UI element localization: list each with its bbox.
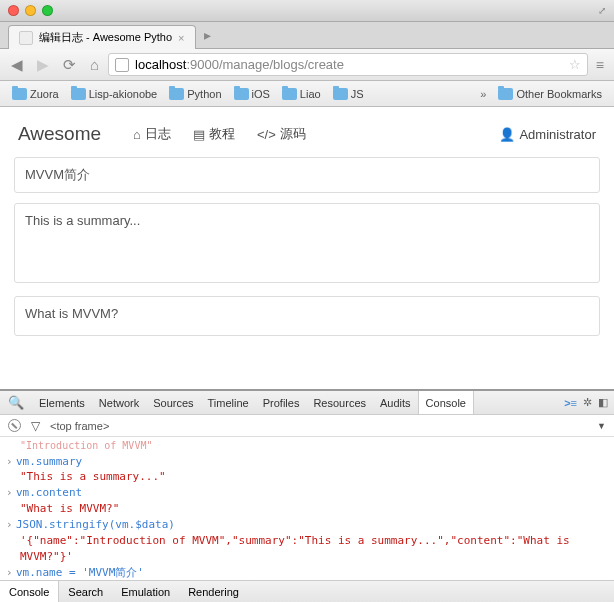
- back-button[interactable]: ◀: [6, 54, 28, 76]
- minimize-window-button[interactable]: [25, 5, 36, 16]
- browser-tab[interactable]: 编辑日志 - Awesome Pytho ×: [8, 25, 196, 49]
- url-host: localhost: [135, 57, 186, 72]
- bookmark-item[interactable]: Zuora: [8, 86, 63, 102]
- devtools-tabs: 🔍 Elements Network Sources Timeline Prof…: [0, 391, 614, 415]
- tab-title: 编辑日志 - Awesome Pytho: [39, 30, 172, 45]
- drawer-tab-search[interactable]: Search: [59, 581, 112, 602]
- close-window-button[interactable]: [8, 5, 19, 16]
- console-line: ›vm.name = 'MVVM简介': [6, 565, 608, 581]
- folder-icon: [12, 88, 27, 100]
- close-tab-icon[interactable]: ×: [178, 32, 184, 44]
- site-brand[interactable]: Awesome: [18, 123, 101, 145]
- dropdown-icon[interactable]: ▼: [597, 421, 606, 431]
- traffic-lights: [8, 5, 53, 16]
- blog-content-textarea[interactable]: What is MVVM?: [14, 296, 600, 336]
- console-line: "This is a summary...": [6, 469, 608, 485]
- console-line: ›vm.content: [6, 485, 608, 501]
- blog-title-input[interactable]: [14, 157, 600, 193]
- devtools-tab-resources[interactable]: Resources: [306, 391, 373, 414]
- browser-toolbar: ◀ ▶ ⟳ ⌂ localhost:9000/manage/blogs/crea…: [0, 49, 614, 81]
- devtools-tab-timeline[interactable]: Timeline: [201, 391, 256, 414]
- bookmark-item[interactable]: Lisp-akionobe: [67, 86, 162, 102]
- devtools-panel: 🔍 Elements Network Sources Timeline Prof…: [0, 389, 614, 602]
- window-titlebar: ⤢: [0, 0, 614, 22]
- bookmark-item[interactable]: iOS: [230, 86, 274, 102]
- drawer-tab-emulation[interactable]: Emulation: [112, 581, 179, 602]
- other-bookmarks[interactable]: Other Bookmarks: [494, 86, 606, 102]
- devtools-tab-sources[interactable]: Sources: [146, 391, 200, 414]
- folder-icon: [71, 88, 86, 100]
- devtools-tab-profiles[interactable]: Profiles: [256, 391, 307, 414]
- console-line: '{"name":"Introduction of MVVM","summary…: [6, 533, 608, 565]
- console-line: ›JSON.stringify(vm.$data): [6, 517, 608, 533]
- url-input[interactable]: localhost:9000/manage/blogs/create ☆: [108, 53, 588, 76]
- site-navbar: Awesome ⌂日志 ▤教程 </>源码 👤Administrator: [14, 117, 600, 157]
- console-line: "What is MVVM?": [6, 501, 608, 517]
- console-output[interactable]: "Introduction of MVVM" ›vm.summary "This…: [0, 437, 614, 582]
- forward-button[interactable]: ▶: [32, 54, 54, 76]
- bookmarks-overflow[interactable]: »: [480, 88, 486, 100]
- devtools-drawer-tabs: Console Search Emulation Rendering: [0, 580, 614, 602]
- url-path: /manage/blogs/create: [219, 57, 344, 72]
- folder-icon: [282, 88, 297, 100]
- filter-icon[interactable]: ▽: [31, 419, 40, 433]
- folder-icon: [333, 88, 348, 100]
- drawer-toggle-icon[interactable]: >≡: [564, 397, 577, 409]
- console-toolbar: ▽ <top frame> ▼: [0, 415, 614, 437]
- bookmark-star-icon[interactable]: ☆: [569, 57, 581, 72]
- reload-button[interactable]: ⟳: [58, 54, 81, 76]
- console-line: "Introduction of MVVM": [6, 439, 608, 454]
- user-icon: 👤: [499, 127, 515, 142]
- nav-item-source[interactable]: </>源码: [257, 125, 306, 143]
- tab-favicon: [19, 31, 33, 45]
- admin-user-link[interactable]: 👤Administrator: [499, 127, 596, 142]
- clear-console-icon[interactable]: [8, 419, 21, 432]
- inspect-icon[interactable]: 🔍: [0, 395, 32, 410]
- console-line: ›vm.summary: [6, 454, 608, 470]
- new-tab-button[interactable]: ▸: [196, 27, 219, 43]
- bookmark-item[interactable]: Liao: [278, 86, 325, 102]
- zoom-window-button[interactable]: [42, 5, 53, 16]
- code-icon: </>: [257, 127, 276, 142]
- nav-item-tutorials[interactable]: ▤教程: [193, 125, 235, 143]
- devtools-tab-elements[interactable]: Elements: [32, 391, 92, 414]
- bookmarks-bar: Zuora Lisp-akionobe Python iOS Liao JS »…: [0, 81, 614, 107]
- fullscreen-icon[interactable]: ⤢: [598, 5, 606, 16]
- drawer-tab-rendering[interactable]: Rendering: [179, 581, 248, 602]
- frame-selector[interactable]: <top frame>: [50, 420, 109, 432]
- blog-summary-textarea[interactable]: This is a summary...: [14, 203, 600, 283]
- home-button[interactable]: ⌂: [85, 54, 104, 75]
- settings-gear-icon[interactable]: ✲: [583, 396, 592, 409]
- browser-tab-bar: 编辑日志 - Awesome Pytho × ▸: [0, 22, 614, 49]
- devtools-tab-console[interactable]: Console: [418, 391, 474, 414]
- dock-side-icon[interactable]: ◧: [598, 396, 608, 409]
- home-icon: ⌂: [133, 127, 141, 142]
- site-info-icon[interactable]: [115, 58, 129, 72]
- devtools-tab-audits[interactable]: Audits: [373, 391, 418, 414]
- browser-menu-button[interactable]: ≡: [592, 57, 608, 73]
- bookmark-item[interactable]: JS: [329, 86, 368, 102]
- folder-icon: [498, 88, 513, 100]
- url-port: :9000: [186, 57, 219, 72]
- bookmark-item[interactable]: Python: [165, 86, 225, 102]
- nav-item-blogs[interactable]: ⌂日志: [133, 125, 171, 143]
- drawer-tab-console[interactable]: Console: [0, 581, 59, 602]
- folder-icon: [234, 88, 249, 100]
- folder-icon: [169, 88, 184, 100]
- devtools-tab-network[interactable]: Network: [92, 391, 146, 414]
- page-content: Awesome ⌂日志 ▤教程 </>源码 👤Administrator Thi…: [0, 107, 614, 389]
- book-icon: ▤: [193, 127, 205, 142]
